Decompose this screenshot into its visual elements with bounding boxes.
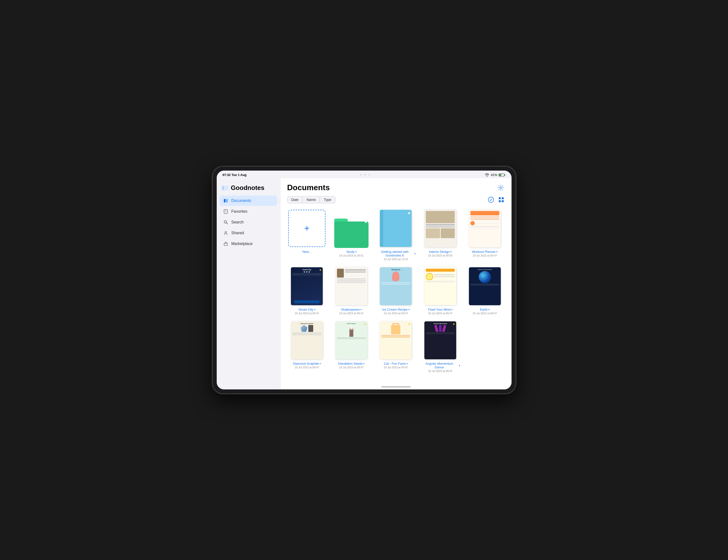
earth-date: 19 Jul 2023 at 09:47 — [473, 312, 497, 315]
shakespeare-preview — [335, 267, 367, 305]
shared-label: Shared — [231, 231, 244, 235]
feed-your-mind-thumb — [421, 267, 460, 306]
svg-rect-17 — [499, 197, 501, 199]
feed-your-mind-item[interactable]: Feed Your Mind ▾ 19 Jul 2023 at 09:47 — [420, 267, 460, 315]
workout-planner-thumb — [465, 209, 504, 248]
sidebar-header: Goodnotes — [217, 182, 280, 196]
svg-rect-2 — [505, 175, 505, 176]
sort-bar: Date Name Type — [280, 194, 512, 206]
shakespeare-thumb — [332, 267, 371, 306]
shakespeare-item[interactable]: Shakespeare ▾ 19 Jul 2023 at 09:47 — [332, 267, 371, 315]
shared-icon — [223, 230, 228, 236]
workout-planner-label: Workout Planner ▾ 19 Jul 2023 at 09:47 — [472, 250, 498, 257]
study-folder-label: Study ▾ 19 Jul 2023 at 18:51 — [339, 250, 364, 257]
interior-design-preview — [424, 210, 456, 248]
workout-planner-item[interactable]: Workout Planner ▾ 19 Jul 2023 at 09:47 — [465, 209, 505, 261]
chevron-down-icon: ▾ — [450, 251, 452, 253]
interior-design-date: 19 Jul 2023 at 09:55 — [428, 254, 453, 257]
ipad-frame: 07:32 Tue 1 Aug • • • 41% — [212, 166, 516, 394]
notebook-spine — [380, 210, 383, 247]
earth-name: Earth ▾ — [473, 308, 497, 311]
grid-view-button[interactable] — [498, 196, 505, 203]
cat-fun-facts-item[interactable]: Cat Facts — [376, 320, 416, 372]
study-folder-thumb: ★ — [332, 209, 371, 248]
sidebar-nav: Documents Favorites — [217, 196, 280, 249]
dandelion-seeds-date: 19 Jul 2023 at 09:47 — [338, 366, 364, 369]
ice-cream-item[interactable]: Strawberry — [376, 267, 416, 315]
main-panel: Documents Date Name — [280, 178, 512, 389]
sidebar-item-documents[interactable]: Documents — [220, 196, 277, 206]
smart-city-label: Smart City ▾ 19 Jul 2023 at 09:47 — [295, 308, 319, 315]
select-all-button[interactable] — [488, 196, 494, 203]
svg-rect-20 — [502, 200, 504, 202]
study-folder-item[interactable]: ★ Study ▾ 19 Jul 2023 at 18:51 — [332, 209, 371, 261]
angular-momentum-item[interactable]: Angular Momentum ★ — [420, 320, 460, 372]
diamond-graphite-preview: Diamond Graphite — [291, 321, 323, 359]
favorites-icon — [223, 209, 228, 214]
cat-fun-facts-preview: Cat Facts — [380, 321, 412, 359]
favorites-label: Favorites — [231, 209, 248, 214]
new-document-plus[interactable]: + — [288, 210, 325, 247]
svg-rect-5 — [222, 187, 223, 187]
chevron-down-icon: ▾ — [496, 251, 498, 253]
svg-rect-7 — [222, 189, 223, 189]
main-header: Documents — [280, 178, 512, 194]
earth-label: Earth ▾ 19 Jul 2023 at 09:47 — [473, 308, 497, 315]
svg-rect-19 — [499, 200, 501, 202]
app-body: Goodnotes Documents — [217, 178, 512, 389]
angular-momentum-date: 19 Jul 2023 at 09:47 — [420, 369, 460, 372]
chevron-down-icon: ▾ — [451, 308, 453, 311]
sort-type-button[interactable]: Type — [320, 196, 335, 203]
marketplace-label: Marketplace — [231, 242, 253, 246]
smart-city-preview: Smart City — [291, 267, 323, 305]
getting-started-label: Getting started with Goodnotes 6 ▾ 19 Ju… — [376, 250, 416, 261]
star-badge: ★ — [407, 211, 411, 216]
battery-percent: 41% — [491, 173, 497, 177]
status-right: 41% — [485, 173, 505, 177]
ice-cream-preview: Strawberry — [380, 267, 412, 305]
chevron-down-icon: ▾ — [360, 308, 362, 311]
diamond-graphite-thumb: Diamond Graphite — [287, 320, 326, 360]
sort-date-button[interactable]: Date — [287, 196, 303, 203]
sidebar: Goodnotes Documents — [217, 178, 280, 389]
chevron-down-icon: ▾ — [488, 308, 489, 311]
sidebar-item-favorites[interactable]: Favorites — [220, 206, 277, 217]
dandelion-seeds-preview: Smart plants ★ — [335, 321, 367, 359]
earth-preview: Structure of the Earth — [469, 267, 501, 305]
smart-city-item[interactable]: Smart City — [287, 267, 327, 315]
sidebar-item-shared[interactable]: Shared — [220, 228, 277, 238]
status-bar: 07:32 Tue 1 Aug • • • 41% — [217, 171, 512, 178]
sidebar-item-search[interactable]: Search — [220, 217, 277, 228]
interior-design-item[interactable]: Interior Design ▾ 19 Jul 2023 at 09:55 — [420, 209, 460, 261]
documents-grid-wrapper: + New... ★ — [280, 206, 512, 384]
page-title: Documents — [287, 183, 330, 192]
documents-grid: + New... ★ — [287, 209, 505, 372]
new-document-label: New... — [302, 250, 311, 254]
smart-city-name: Smart City ▾ — [295, 308, 319, 311]
chevron-down-icon: ▾ — [406, 362, 408, 365]
svg-point-16 — [488, 197, 494, 203]
dandelion-seeds-label: Dandelion Seeds ▾ 19 Jul 2023 at 09:47 — [338, 362, 364, 369]
folder-body — [334, 222, 369, 248]
feed-your-mind-date: 19 Jul 2023 at 09:47 — [428, 312, 453, 315]
battery-icon — [499, 173, 505, 177]
diamond-graphite-item[interactable]: Diamond Graphite — [287, 320, 327, 372]
earth-item[interactable]: Structure of the Earth — [465, 267, 505, 315]
star-badge: ★ — [364, 220, 368, 224]
sidebar-item-marketplace[interactable]: Marketplace — [220, 239, 277, 249]
angular-momentum-label: Angular Momentum Dance ▾ 19 Jul 2023 at … — [420, 362, 460, 372]
new-document-item[interactable]: + New... — [287, 209, 327, 261]
ice-cream-name: Ice Cream Recipe ▾ — [382, 308, 409, 311]
sort-name-button[interactable]: Name — [303, 196, 320, 203]
sidebar-toggle-icon[interactable] — [222, 185, 228, 191]
dandelion-seeds-item[interactable]: Smart plants ★ — [332, 320, 371, 372]
documents-icon — [223, 198, 228, 204]
new-document-name: New... — [302, 250, 311, 254]
angular-momentum-thumb: Angular Momentum ★ — [421, 320, 460, 360]
getting-started-item[interactable]: ★ Getting started with Goodnotes 6 ▾ 19 … — [376, 209, 416, 261]
dandelion-seeds-thumb: Smart plants ★ — [332, 320, 371, 360]
angular-momentum-name: Angular Momentum Dance ▾ — [420, 362, 460, 369]
settings-button[interactable] — [497, 184, 505, 192]
cat-fun-facts-name: Cat - Fun Facts ▾ — [384, 362, 408, 365]
svg-rect-10 — [224, 210, 227, 214]
